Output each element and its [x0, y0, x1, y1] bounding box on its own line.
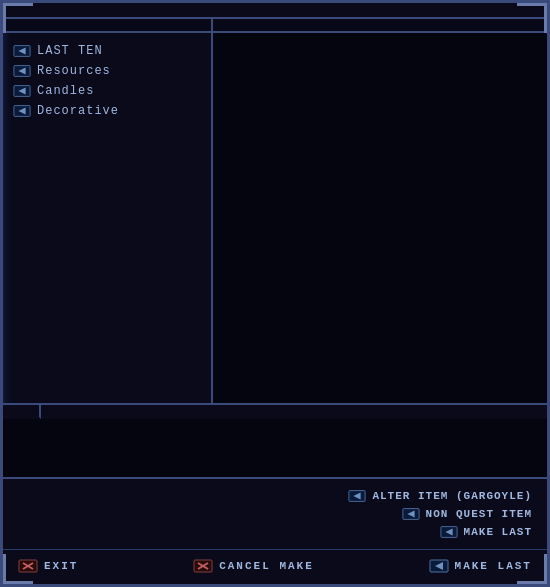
category-icon-candles	[13, 84, 31, 98]
category-label-resources: Resources	[37, 64, 111, 78]
category-label-decorative: Decorative	[37, 104, 119, 118]
bottom-section: ALTER ITEM (GARGOYLE) NON QUEST ITEM MAK…	[3, 403, 547, 584]
bottom-btn-icon-cancel-make	[193, 558, 213, 574]
bottom-btn-icon-make-last-btn	[429, 558, 449, 574]
action-label-make-last: MAKE LAST	[464, 526, 532, 538]
notices-tab[interactable]	[3, 405, 41, 419]
action-item-make-last[interactable]: MAKE LAST	[440, 525, 532, 539]
window-title	[3, 3, 547, 19]
categories-panel: LAST TEN Resources Candles Decorative	[3, 19, 213, 403]
category-label-last-ten: LAST TEN	[37, 44, 103, 58]
category-icon-last-ten	[13, 44, 31, 58]
category-item-resources[interactable]: Resources	[7, 61, 207, 81]
bottom-btn-label-cancel-make: CANCEL MAKE	[219, 560, 314, 572]
action-label-alter-item: ALTER ITEM (GARGOYLE)	[372, 490, 532, 502]
action-label-non-quest: NON QUEST ITEM	[426, 508, 532, 520]
notices-content-area	[3, 419, 547, 479]
action-icon-alter-item	[348, 489, 366, 503]
action-item-non-quest[interactable]: NON QUEST ITEM	[402, 507, 532, 521]
selections-panel	[213, 19, 547, 403]
main-content-area: LAST TEN Resources Candles Decorative	[3, 19, 547, 403]
corner-decoration-br	[517, 554, 547, 584]
selections-header	[213, 19, 547, 33]
category-icon-resources	[13, 64, 31, 78]
category-icon-decorative	[13, 104, 31, 118]
action-buttons-area: ALTER ITEM (GARGOYLE) NON QUEST ITEM MAK…	[3, 479, 547, 549]
corner-decoration-tr	[517, 3, 547, 33]
action-icon-non-quest	[402, 507, 420, 521]
notices-tabs-row	[3, 405, 547, 419]
category-item-last-ten[interactable]: LAST TEN	[7, 41, 207, 61]
bottom-btn-label-exit: EXIT	[44, 560, 78, 572]
main-window: LAST TEN Resources Candles Decorative	[0, 0, 550, 587]
bottom-buttons-row: EXIT CANCEL MAKE MAKE LAST	[3, 549, 547, 584]
category-item-decorative[interactable]: Decorative	[7, 101, 207, 121]
category-item-candles[interactable]: Candles	[7, 81, 207, 101]
action-item-alter-item[interactable]: ALTER ITEM (GARGOYLE)	[348, 489, 532, 503]
action-icon-make-last	[440, 525, 458, 539]
corner-decoration-tl	[3, 3, 33, 33]
categories-list: LAST TEN Resources Candles Decorative	[3, 33, 211, 403]
selections-content	[213, 33, 547, 403]
category-label-candles: Candles	[37, 84, 94, 98]
corner-decoration-bl	[3, 554, 33, 584]
bottom-button-cancel-make[interactable]: CANCEL MAKE	[193, 558, 314, 574]
categories-header	[3, 19, 211, 33]
